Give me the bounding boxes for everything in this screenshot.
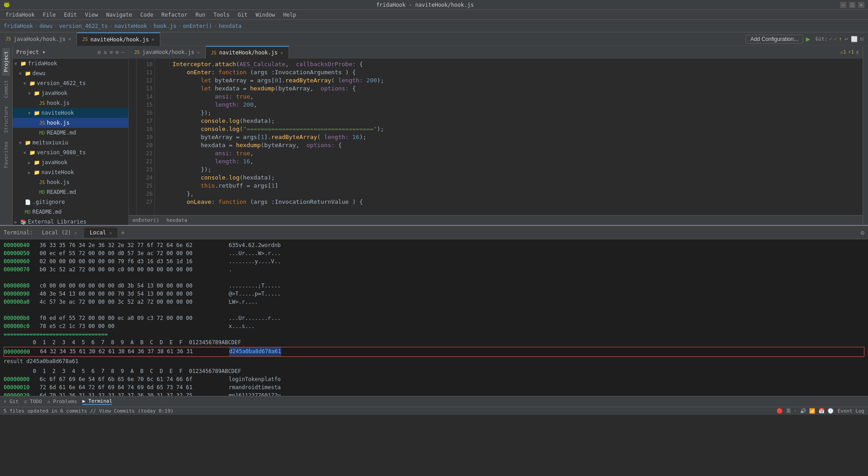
- editor-tab-javahook-label: javaHook/hook.js: [142, 49, 194, 55]
- tree-javahook-folder[interactable]: ▼ 📁 javaHook: [13, 88, 128, 98]
- breadcrumb-hexdata[interactable]: hexdata: [219, 23, 242, 29]
- menu-window[interactable]: Window: [252, 11, 279, 19]
- terminal-tab-local[interactable]: Local ✕: [84, 228, 117, 238]
- breadcrumb-dewu[interactable]: dewu: [40, 23, 53, 29]
- project-gear-icon[interactable]: ⚙: [116, 49, 119, 55]
- menu-help[interactable]: Help: [280, 11, 300, 19]
- footer-onenter[interactable]: onEnter(): [132, 217, 159, 223]
- hex-row-70: 00000070 b0 3c 52 a2 72 00 00 00 c0 00 0…: [4, 265, 864, 282]
- menu-bar: fridaHook File Edit View Navigate Code R…: [0, 10, 868, 20]
- tree-external-libs[interactable]: ▶ 📚 External Libraries: [13, 217, 128, 225]
- editor-tab-navitehook-label: naviteHook/hook.js: [219, 49, 278, 56]
- js-icon-active: JS: [82, 37, 88, 42]
- warning-icon: ⚠1: [840, 49, 846, 55]
- editor-tab-javahook[interactable]: JS javaHook/hook.js ✕: [129, 46, 206, 58]
- tree-dewu[interactable]: ▼ 📁 dewu: [13, 68, 128, 78]
- project-collapse-icon[interactable]: ≡: [109, 49, 113, 55]
- tree-navitehook2-hookjs[interactable]: JS hook.js: [13, 177, 128, 187]
- menu-tools[interactable]: Tools: [210, 11, 233, 19]
- add-configuration-button[interactable]: Add Configuration...: [746, 35, 803, 44]
- tree-javahook-hookjs[interactable]: JS hook.js: [13, 98, 128, 108]
- editor-tab-navitehook-close[interactable]: ✕: [280, 50, 283, 55]
- tree-navitehook-hookjs[interactable]: JS hook.js: [13, 118, 128, 128]
- editor-tab-navitehook[interactable]: JS naviteHook/hook.js ✕: [206, 46, 289, 58]
- project-close-icon[interactable]: —: [122, 49, 125, 55]
- menu-view[interactable]: View: [81, 11, 102, 19]
- breadcrumb-version[interactable]: version_4622_ts: [59, 23, 108, 29]
- tree-javahook2[interactable]: ▶ 📁 javaHook: [13, 157, 128, 167]
- tree-version4622[interactable]: ▼ 📁 version_4622_ts: [13, 78, 128, 88]
- hex-row-60: 00000060 02 00 00 00 00 00 00 00 79 f6 d…: [4, 257, 864, 265]
- tab-javahook-close[interactable]: ✕: [68, 36, 71, 41]
- tree-meituxiuxiu[interactable]: ▼ 📁 meituxiuxiu: [13, 138, 128, 148]
- minimize-button[interactable]: —: [840, 2, 846, 8]
- undo-button[interactable]: ↩: [845, 36, 848, 42]
- project-sort-icon[interactable]: ⇅: [104, 49, 107, 55]
- hex2-row-20: 00000020 6d 70 31 36 31 31 32 33 37 37 3…: [4, 391, 864, 396]
- tab-javahook[interactable]: JS javaHook/hook.js ✕: [0, 32, 77, 46]
- structure-tab[interactable]: Structure: [2, 103, 10, 137]
- terminal-settings-icon[interactable]: ⚙: [861, 229, 864, 236]
- restore-editor-button[interactable]: ⊡: [860, 36, 863, 42]
- tree-navitehook-folder[interactable]: ▼ 📁 naviteHook: [13, 108, 128, 118]
- code-editor[interactable]: Interceptor.attach(AES_Calculate, callba…: [155, 58, 863, 215]
- menu-edit[interactable]: Edit: [60, 11, 81, 19]
- project-tab[interactable]: Project: [2, 48, 10, 76]
- breadcrumb-hookjs[interactable]: hook.js: [154, 23, 176, 29]
- tree-navitehook-readme[interactable]: MD README.md: [13, 128, 128, 138]
- menu-navigate[interactable]: Navigate: [103, 11, 136, 19]
- tree-gitignore[interactable]: 📄 .gitignore: [13, 197, 128, 207]
- menu-fridahook[interactable]: fridaHook: [2, 11, 38, 19]
- editor-tabs: JS javaHook/hook.js ✕ JS naviteHook/hook…: [129, 46, 863, 58]
- tree-version9080[interactable]: ▼ 📁 version_9080_ts: [13, 148, 128, 157]
- commit-tab[interactable]: Commit: [2, 76, 10, 102]
- selected-hex-row[interactable]: 00000000 64 32 34 35 61 30 62 61 38 64 3…: [4, 347, 864, 357]
- tree-fridahook[interactable]: ▼ 📁 fridaHook: [13, 58, 128, 68]
- terminal-tab-button[interactable]: ▶ Terminal: [82, 398, 112, 405]
- event-log-label[interactable]: Event Log: [837, 408, 864, 414]
- project-panel: Project ▾ ⚙ ⇅ ≡ ⚙ — ▼ 📁 fridaHook ▼ 📁 de…: [13, 46, 129, 225]
- footer-hexdata[interactable]: hexdata: [167, 217, 187, 223]
- tab-navitehook-close[interactable]: ✕: [152, 37, 154, 42]
- status-left: 5 files updated in 6 commits // View Com…: [4, 408, 174, 414]
- close-button[interactable]: ✕: [858, 2, 864, 8]
- project-panel-header: Project ▾ ⚙ ⇅ ≡ ⚙ —: [13, 46, 128, 58]
- hex-header-row: 0 1 2 3 4 5 6 7 8 9 A B C D E F 01234567…: [4, 338, 864, 346]
- terminal-tab-local-close[interactable]: ✕: [109, 230, 112, 235]
- expand-icon[interactable]: ∧: [856, 49, 859, 55]
- terminal-panel: Terminal: Local (2) ✕ Local ✕ + ⚙ 000000…: [0, 225, 868, 396]
- breakpoint-column: [129, 58, 137, 215]
- menu-run[interactable]: Run: [192, 11, 209, 19]
- menu-git[interactable]: Git: [234, 11, 251, 19]
- tree-navitehook2-readme[interactable]: MD README.md: [13, 187, 128, 197]
- hex-header-row2: 0 1 2 3 4 5 6 7 8 9 A B C D E F 01234567…: [4, 367, 864, 375]
- hex2-row-00: 00000000 6c 6f 67 69 6e 54 6f 6b 65 6e 7…: [4, 375, 864, 383]
- editor-tab-javahook-close[interactable]: ✕: [197, 50, 200, 55]
- breadcrumb-navitehook[interactable]: naviteHook: [114, 23, 147, 29]
- menu-refactor[interactable]: Refactor: [158, 11, 191, 19]
- favorites-tab[interactable]: Favorites: [2, 138, 10, 172]
- js-file-icon-active: JS: [211, 50, 217, 55]
- tab-navitehook[interactable]: JS naviteHook/hook.js ✕: [77, 32, 160, 46]
- terminal-tab-local2[interactable]: Local (2) ✕: [36, 228, 82, 238]
- app-icon: 🐸: [4, 2, 10, 8]
- new-terminal-button[interactable]: +: [119, 229, 127, 236]
- breadcrumb-onenter[interactable]: onEnter(): [183, 23, 212, 29]
- git-tab-button[interactable]: ⚡ Git: [4, 399, 18, 404]
- terminal-content[interactable]: 00000040 36 33 35 76 34 2e 36 32 2e 32 7…: [0, 239, 868, 396]
- run-button[interactable]: ▶: [806, 35, 810, 43]
- menu-code[interactable]: Code: [137, 11, 157, 19]
- tree-navitehook2[interactable]: ▶ 📁 naviteHook: [13, 167, 128, 177]
- editor-area: JS javaHook/hook.js ✕ JS naviteHook/hook…: [129, 46, 863, 225]
- project-settings-icon[interactable]: ⚙: [98, 49, 101, 55]
- tree-readme-root[interactable]: MD README.md: [13, 207, 128, 217]
- project-header-label: Project ▾: [16, 49, 45, 55]
- maximize-button[interactable]: □: [849, 2, 855, 8]
- breadcrumb-fridahook[interactable]: fridaHook: [4, 23, 33, 29]
- menu-file[interactable]: File: [39, 11, 59, 19]
- problems-tab-button[interactable]: ⚠ Problems: [47, 399, 77, 404]
- terminal-tab-local2-close[interactable]: ✕: [74, 230, 77, 235]
- toolbar: JS javaHook/hook.js ✕ JS naviteHook/hook…: [0, 32, 868, 46]
- maximize-editor-button[interactable]: ⬜: [851, 36, 858, 42]
- todo-tab-button[interactable]: ☑ TODO: [24, 399, 42, 404]
